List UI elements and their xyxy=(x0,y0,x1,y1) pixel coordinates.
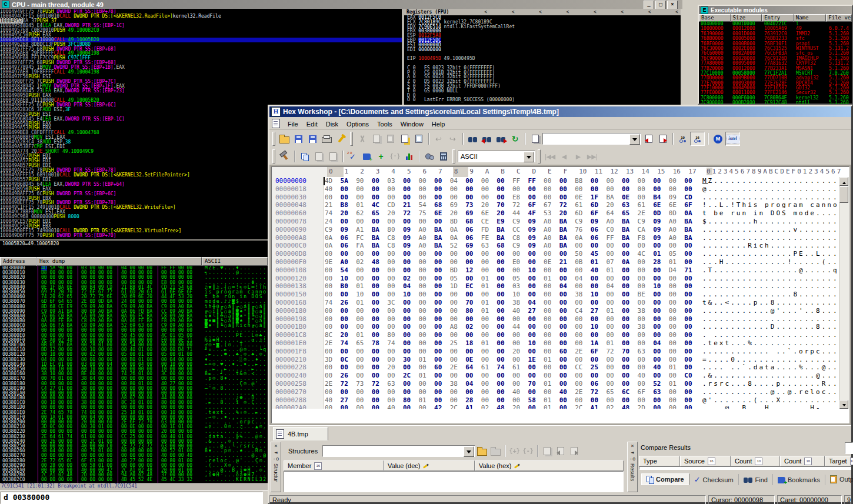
hex-byte[interactable]: 00 xyxy=(683,299,699,307)
hex-byte[interactable]: BA xyxy=(495,234,511,242)
hex-byte[interactable]: 38 xyxy=(511,299,527,307)
hex-byte[interactable]: 05 xyxy=(449,275,465,283)
hex-byte[interactable]: 00 xyxy=(574,242,589,250)
hex-byte[interactable]: 69 xyxy=(464,242,480,250)
goto-forward-button[interactable] xyxy=(656,132,669,145)
hex-byte[interactable]: C8 xyxy=(386,242,402,250)
menu-help[interactable]: Help xyxy=(428,119,449,129)
hex-byte[interactable]: 02 xyxy=(464,323,480,331)
hex-row[interactable]: 00000030000000000000000000000000E8000000… xyxy=(272,193,849,202)
hex-byte[interactable]: A0 xyxy=(542,218,558,226)
hex-byte[interactable]: 3C xyxy=(386,299,402,307)
hex-byte[interactable]: 00 xyxy=(589,185,605,193)
hex-byte[interactable]: 00 xyxy=(480,185,496,193)
hex-byte[interactable]: 01 xyxy=(417,396,433,405)
hex-byte[interactable]: 68 xyxy=(495,242,511,250)
hex-byte[interactable]: 00 xyxy=(480,177,496,185)
hex-byte[interactable]: 25 xyxy=(449,339,465,348)
vertical-scrollbar[interactable] xyxy=(839,177,849,409)
hex-byte[interactable]: 00 xyxy=(495,258,511,266)
hex-byte[interactable]: 00 xyxy=(558,177,574,185)
hex-byte[interactable]: 00 xyxy=(464,388,480,396)
hex-byte[interactable]: 6E xyxy=(652,201,668,209)
modules-titlebar[interactable]: E Executable modules xyxy=(699,6,852,14)
hex-byte[interactable]: 05 xyxy=(668,250,684,258)
hex-byte[interactable]: 00 xyxy=(339,193,355,202)
hex-row[interactable]: 0000022800000000200000602E64617461000000… xyxy=(272,363,849,372)
hex-byte[interactable]: 00 xyxy=(605,291,621,299)
command-line-input[interactable]: d 00380000 xyxy=(1,492,263,504)
hex-byte[interactable]: 00 xyxy=(527,323,543,331)
hex-byte[interactable]: 00 xyxy=(480,193,496,202)
hex-byte[interactable]: 00 xyxy=(527,185,543,193)
hex-byte[interactable]: 40 xyxy=(637,372,652,380)
hex-byte[interactable]: 09 xyxy=(402,242,418,250)
hex-byte[interactable]: 0A xyxy=(324,242,339,250)
hex-byte[interactable]: 80 xyxy=(386,331,402,339)
hex-byte[interactable]: 0E xyxy=(621,193,637,202)
hex-row[interactable]: 00000168742601003C0000000070010038040000… xyxy=(272,299,849,307)
hex-byte[interactable]: A8 xyxy=(449,323,465,331)
hex-byte[interactable]: CC xyxy=(574,363,589,372)
hex-byte[interactable]: 00 xyxy=(589,331,605,339)
hex-byte[interactable]: 00 xyxy=(558,323,574,331)
hex-byte[interactable]: 00 xyxy=(668,291,684,299)
hex-byte[interactable]: 70 xyxy=(527,380,543,388)
hex-byte[interactable]: 00 xyxy=(621,266,637,275)
hex-byte[interactable]: 00 xyxy=(683,339,699,348)
hex-byte[interactable]: 63 xyxy=(480,242,496,250)
toolbar-grip[interactable] xyxy=(272,132,275,146)
hex-byte[interactable]: 78 xyxy=(371,339,386,348)
little-endian-button[interactable]: intel xyxy=(725,132,740,146)
hex-byte[interactable]: 00 xyxy=(433,291,449,299)
preferences-button[interactable] xyxy=(334,132,348,145)
tab-bookmarks[interactable]: Bookmarks xyxy=(773,475,825,485)
hex-byte[interactable]: 00 xyxy=(683,250,699,258)
hex-byte[interactable]: 4D xyxy=(324,177,339,185)
hex-byte[interactable]: 00 xyxy=(683,242,699,250)
scroll-down-button[interactable] xyxy=(839,400,848,409)
hex-byte[interactable]: 00 xyxy=(605,372,621,380)
hex-byte[interactable]: 00 xyxy=(417,331,433,339)
hex-byte[interactable]: 00 xyxy=(417,266,433,275)
hex-byte[interactable]: 20 xyxy=(449,209,465,218)
hex-byte[interactable]: 01 xyxy=(542,275,558,283)
options-button[interactable] xyxy=(422,150,436,163)
close-icon[interactable]: × xyxy=(272,443,279,449)
hex-byte[interactable]: 90 xyxy=(355,177,371,185)
hex-byte[interactable]: 04 xyxy=(558,282,574,291)
hex-byte[interactable]: 38 xyxy=(574,291,589,299)
hex-byte[interactable]: 00 xyxy=(637,299,652,307)
hex-byte[interactable]: 00 xyxy=(683,323,699,331)
hex-byte[interactable]: 00 xyxy=(683,185,699,193)
hex-byte[interactable]: 00 xyxy=(574,185,589,193)
statistics-button[interactable] xyxy=(402,150,416,163)
menu-disk[interactable]: Disk xyxy=(322,119,342,129)
hex-byte[interactable]: 2E xyxy=(324,380,339,388)
tab-find[interactable]: Find xyxy=(739,474,773,485)
hex-byte[interactable]: 00 xyxy=(433,218,449,226)
find-replace-button[interactable] xyxy=(398,132,411,145)
hex-byte[interactable]: C0 xyxy=(605,226,621,234)
hex-byte[interactable]: 61 xyxy=(637,201,652,209)
hex-byte[interactable]: 40 xyxy=(511,388,527,396)
hex-byte[interactable]: FA xyxy=(355,242,371,250)
hex-byte[interactable]: 09 xyxy=(339,226,355,234)
chevron-down-icon[interactable] xyxy=(524,152,534,162)
hex-byte[interactable]: 6F xyxy=(637,388,652,396)
hex-byte[interactable]: 1D xyxy=(449,282,465,291)
hex-byte[interactable]: 00 xyxy=(449,185,465,193)
hex-byte[interactable]: 65 xyxy=(371,209,386,218)
hex-byte[interactable]: 00 xyxy=(621,299,637,307)
hex-byte[interactable]: 04 xyxy=(652,339,668,348)
hex-byte[interactable]: 00 xyxy=(339,250,355,258)
modules-column-header[interactable]: File ve xyxy=(826,14,852,22)
hex-byte[interactable]: 10 xyxy=(527,339,543,348)
hex-row[interactable]: 0000015000001000001000000000000010000000… xyxy=(272,291,849,299)
hex-byte[interactable]: 00 xyxy=(668,185,684,193)
hex-byte[interactable]: 01 xyxy=(542,404,558,409)
hex-byte[interactable]: 00 xyxy=(324,275,339,283)
tab-4b-tmp[interactable]: 4B.tmp xyxy=(273,427,328,440)
hex-byte[interactable]: 00 xyxy=(542,250,558,258)
hex-byte[interactable]: 00 xyxy=(511,185,527,193)
